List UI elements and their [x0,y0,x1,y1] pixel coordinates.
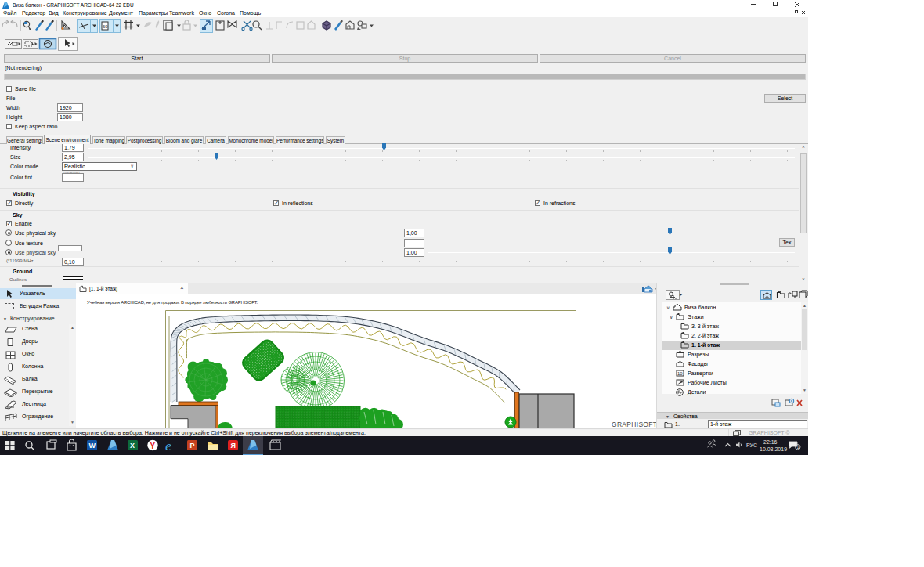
svg-text:РУС: РУС [746,442,757,448]
svg-text:e: e [165,439,171,453]
svg-text:10: 10 [677,371,683,376]
svg-text:W: W [89,442,96,450]
svg-text:P: P [190,442,195,450]
svg-text:22:16: 22:16 [763,439,778,445]
svg-text:10.03.2019: 10.03.2019 [760,446,787,452]
svg-text:Я: Я [231,442,236,450]
svg-text:Y: Y [150,442,156,450]
svg-text:60: 60 [103,24,108,29]
svg-text:X: X [130,442,135,450]
svg-text:1: 1 [797,445,799,450]
